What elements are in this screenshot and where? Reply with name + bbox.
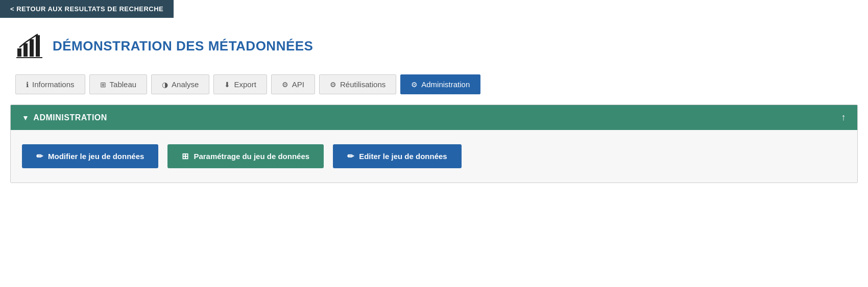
- edit-icon: ✏: [36, 151, 43, 161]
- table-icon: ⊞: [100, 81, 106, 89]
- tab-admin-label: Administration: [421, 80, 470, 89]
- tab-reutil[interactable]: ⚙ Réutilisations: [319, 74, 396, 94]
- back-button[interactable]: < RETOUR AUX RESULTATS DE RECHERCHE: [0, 0, 174, 18]
- tab-reutil-label: Réutilisations: [340, 80, 385, 89]
- scroll-up-icon[interactable]: ↑: [841, 112, 847, 123]
- page-title: DÉMONSTRATION DES MÉTADONNÉES: [53, 38, 313, 54]
- info-icon: ℹ: [26, 81, 29, 89]
- export-icon: ⬇: [224, 81, 230, 89]
- collapse-arrow-icon: ▼: [22, 114, 29, 122]
- editer-button[interactable]: ✏ Editer le jeu de données: [333, 144, 462, 168]
- modifier-label: Modifier le jeu de données: [48, 152, 144, 161]
- admin-section-title: ADMINISTRATION: [33, 113, 107, 122]
- tab-api[interactable]: ⚙ API: [271, 74, 315, 94]
- chart-icon: [15, 32, 43, 60]
- parametrage-button[interactable]: ⊞ Paramétrage du jeu de données: [167, 144, 324, 168]
- svg-rect-1: [23, 43, 28, 57]
- analyse-icon: ◑: [162, 81, 168, 89]
- page-header: DÉMONSTRATION DES MÉTADONNÉES: [0, 18, 868, 69]
- admin-tab-icon: ⚙: [411, 81, 418, 89]
- tab-export-label: Export: [234, 80, 256, 89]
- tab-api-label: API: [292, 80, 304, 89]
- svg-rect-3: [36, 35, 40, 57]
- admin-header-left: ▼ ADMINISTRATION: [22, 113, 107, 122]
- tab-informations[interactable]: ℹ Informations: [15, 74, 85, 94]
- editer-icon: ✏: [347, 151, 354, 161]
- tab-administration[interactable]: ⚙ Administration: [400, 74, 480, 94]
- svg-rect-0: [17, 48, 21, 57]
- administration-section: ▼ ADMINISTRATION ↑ ✏ Modifier le jeu de …: [10, 105, 858, 183]
- admin-section-body: ✏ Modifier le jeu de données ⊞ Paramétra…: [11, 130, 857, 182]
- svg-rect-2: [30, 39, 34, 57]
- tab-export[interactable]: ⬇ Export: [213, 74, 267, 94]
- admin-section-header: ▼ ADMINISTRATION ↑: [11, 105, 857, 130]
- tab-analyse[interactable]: ◑ Analyse: [151, 74, 209, 94]
- tab-informations-label: Informations: [32, 80, 75, 89]
- parametrage-label: Paramétrage du jeu de données: [194, 152, 309, 161]
- reutil-icon: ⚙: [330, 81, 336, 89]
- modifier-button[interactable]: ✏ Modifier le jeu de données: [22, 144, 158, 168]
- editer-label: Editer le jeu de données: [359, 152, 447, 161]
- parametrage-icon: ⊞: [182, 151, 188, 161]
- api-icon: ⚙: [282, 81, 288, 89]
- tab-tableau[interactable]: ⊞ Tableau: [89, 74, 148, 94]
- tab-analyse-label: Analyse: [172, 80, 199, 89]
- tab-bar: ℹ Informations ⊞ Tableau ◑ Analyse ⬇ Exp…: [0, 69, 868, 105]
- tab-tableau-label: Tableau: [110, 80, 137, 89]
